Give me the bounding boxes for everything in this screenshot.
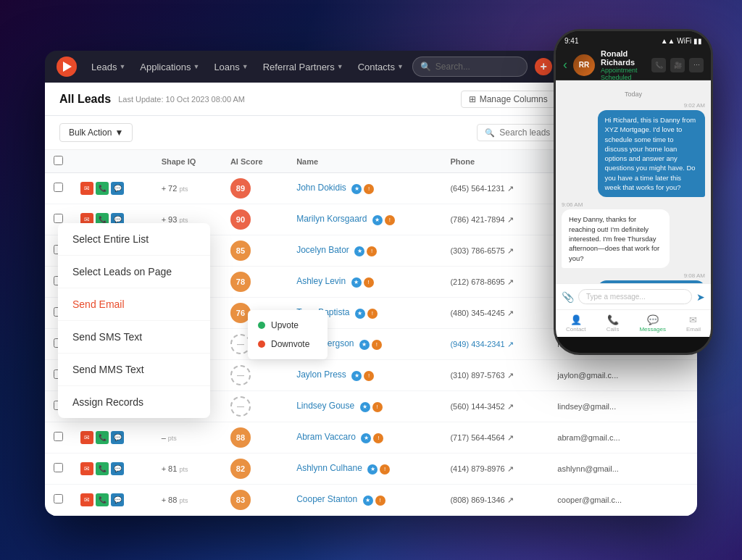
dropdown-send-email[interactable]: Send Email xyxy=(58,288,210,321)
ai-score-badge: — xyxy=(230,365,251,385)
phone-message-input[interactable]: Type a message... xyxy=(578,289,692,304)
shape-iq-cell: – pts xyxy=(153,422,222,454)
name-cell: Jocelyn Bator ★ ! xyxy=(288,235,441,267)
phone-status-bar: 9:41 ▲▲ WiFi ▮▮ xyxy=(556,31,711,50)
upvote-item[interactable]: Upvote xyxy=(248,316,328,335)
lead-name[interactable]: Jaylon Press xyxy=(296,369,346,380)
email-action-icon[interactable]: ✉ xyxy=(80,431,93,444)
lead-badge-1: ★ xyxy=(361,433,371,443)
sms-action-icon[interactable]: 💬 xyxy=(111,431,124,444)
phone-chat-area: Today 9:02 AM Hi Richard, this is Danny … xyxy=(556,80,711,283)
search-leads-icon: 🔍 xyxy=(485,128,495,138)
lead-name[interactable]: Cooper Stanton xyxy=(296,494,357,504)
global-search[interactable]: 🔍 Search... xyxy=(412,57,528,77)
add-button[interactable]: + xyxy=(535,58,552,75)
lead-name[interactable]: Ashlynn Culhane xyxy=(296,463,362,473)
lead-badge-1: ★ xyxy=(363,496,373,506)
bulk-action-button[interactable]: Bulk Action ▼ xyxy=(59,123,133,142)
ai-score-badge: 83 xyxy=(230,490,251,510)
phone-nav-contact[interactable]: 👤 Contact xyxy=(566,314,586,333)
select-all-checkbox[interactable] xyxy=(54,156,63,165)
sms-action-icon[interactable]: 💬 xyxy=(111,182,124,195)
lead-badge-1: ★ xyxy=(372,215,383,225)
email-cell: jaylon@gmail.c... xyxy=(549,360,657,391)
ai-score-cell: 90 xyxy=(222,204,288,235)
phone-number: (717) 564-4564 ↗ xyxy=(450,433,513,442)
app-logo[interactable] xyxy=(57,57,77,77)
lead-badges: ★ ! xyxy=(360,402,383,412)
nav-applications[interactable]: Applications ▼ xyxy=(134,59,205,75)
nav-loans[interactable]: Loans ▼ xyxy=(208,59,254,75)
lead-badge-2: ! xyxy=(385,215,395,225)
name-cell: Lindsey Gouse ★ ! xyxy=(288,391,441,422)
phone-number: (310) 897-5763 ↗ xyxy=(450,371,513,380)
email-action-icon[interactable]: ✉ xyxy=(80,462,93,475)
row-checkbox[interactable] xyxy=(54,214,63,223)
phone-cell: (212) 678-8695 ↗ xyxy=(441,267,549,298)
downvote-item[interactable]: Downvote xyxy=(248,335,328,354)
ai-score-badge: 85 xyxy=(230,241,251,261)
row-checkbox[interactable] xyxy=(54,432,63,441)
phone-action-icon[interactable]: 📞 xyxy=(96,493,109,506)
email-cell: ashlynn@gmail... xyxy=(549,454,657,485)
phone-nav-messages[interactable]: 💬 Messages xyxy=(639,314,665,333)
last-update: Last Update: 10 Oct 2023 08:00 AM xyxy=(118,95,245,104)
lead-name[interactable]: John Dokidis xyxy=(296,183,346,193)
dropdown-select-entire-list[interactable]: Select Entire List xyxy=(58,223,210,256)
lead-badges: ★ ! xyxy=(372,215,395,225)
phone-contact-info: Ronald Richards Appointment Scheduled xyxy=(601,49,646,81)
lead-badge-2: ! xyxy=(367,309,378,319)
phone-number: (414) 879-8976 ↗ xyxy=(450,464,513,473)
phone-back-button[interactable]: ‹ xyxy=(563,57,567,72)
row-checkbox[interactable] xyxy=(54,183,63,192)
phone-attachment-icon[interactable]: 📎 xyxy=(562,291,574,303)
lead-name[interactable]: Abram Vaccaro xyxy=(296,432,356,442)
dropdown-assign-records[interactable]: Assign Records xyxy=(58,386,210,418)
phone-nav-calls[interactable]: 📞 Calls xyxy=(606,314,620,333)
phone-action-icon[interactable]: 📞 xyxy=(96,182,109,195)
phone-video-icon[interactable]: 🎥 xyxy=(670,58,685,72)
manage-columns-button[interactable]: ⊞ Manage Columns xyxy=(461,91,556,108)
lead-badges: ★ ! xyxy=(354,246,377,256)
row-checkbox[interactable] xyxy=(54,463,63,472)
phone-number[interactable]: (949) 434-2341 ↗ xyxy=(450,340,513,348)
phone-nav-email[interactable]: ✉ Email xyxy=(686,314,701,333)
phone-cell: (480) 345-4245 ↗ xyxy=(441,298,549,329)
phone-action-icon[interactable]: 📞 xyxy=(96,431,109,444)
email-action-icon[interactable]: ✉ xyxy=(80,493,93,506)
status-cell xyxy=(657,454,697,485)
ai-score-cell: 89 xyxy=(222,173,288,204)
lead-name[interactable]: Marilyn Korsgaard xyxy=(296,214,367,224)
dropdown-send-mms[interactable]: Send MMS Text xyxy=(58,354,210,386)
nav-contacts[interactable]: Contacts ▼ xyxy=(352,59,409,75)
lead-badge-1: ★ xyxy=(355,309,365,319)
sms-action-icon[interactable]: 💬 xyxy=(111,462,124,475)
dropdown-select-leads-on-page[interactable]: Select Leads on Page xyxy=(58,256,210,288)
table-row: ✉ 📞 💬 + 81 pts82Ashlynn Culhane ★ ! (414… xyxy=(45,454,697,485)
lead-badge-1: ★ xyxy=(359,340,370,350)
email-address: lindsey@gmail... xyxy=(557,402,616,411)
nav-referral-partners[interactable]: Referral Partners ▼ xyxy=(257,59,349,75)
ai-score-cell: — xyxy=(222,360,288,391)
msg2-time: 9:06 AM xyxy=(562,201,705,208)
phone-send-button[interactable]: ➤ xyxy=(696,291,705,303)
col-name: Name xyxy=(288,150,441,173)
applications-chevron-icon: ▼ xyxy=(193,63,199,70)
lead-badge-1: ★ xyxy=(354,246,364,256)
lead-name[interactable]: Jocelyn Bator xyxy=(296,245,349,255)
phone-more-icon[interactable]: ⋯ xyxy=(689,58,704,72)
phone-nav-bar: 👤 Contact 📞 Calls 💬 Messages ✉ Email xyxy=(556,309,711,337)
lead-badges: ★ ! xyxy=(351,277,374,288)
row-checkbox[interactable] xyxy=(54,494,63,503)
name-cell: Jaylon Press ★ ! xyxy=(288,360,441,391)
sms-action-icon[interactable]: 💬 xyxy=(111,493,124,506)
action-icons: ✉ 📞 💬 xyxy=(80,182,144,195)
nav-leads[interactable]: Leads ▼ xyxy=(86,59,131,75)
phone-action-icon[interactable]: 📞 xyxy=(96,462,109,475)
lead-name[interactable]: Ashley Levin xyxy=(296,276,346,286)
vote-popup: Upvote Downvote xyxy=(248,310,328,359)
lead-name[interactable]: Lindsey Gouse xyxy=(296,401,354,411)
dropdown-send-sms[interactable]: Send SMS Text xyxy=(58,321,210,354)
phone-call-icon[interactable]: 📞 xyxy=(651,58,666,72)
email-action-icon[interactable]: ✉ xyxy=(80,182,93,195)
